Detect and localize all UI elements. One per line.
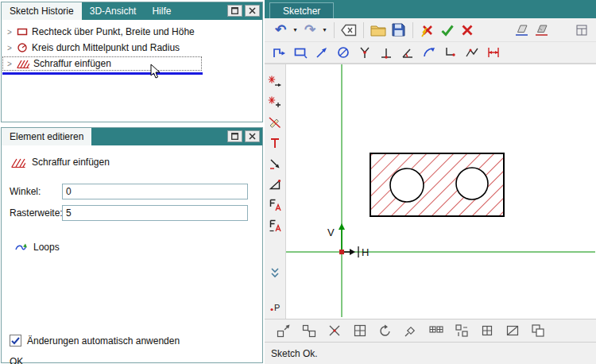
undo-history-dropdown[interactable]: ▾ xyxy=(291,21,300,40)
open-sketch-button[interactable] xyxy=(369,21,388,40)
profile-tool-button[interactable] xyxy=(269,43,288,62)
point-mode-button[interactable]: P xyxy=(267,297,284,314)
rasterweite-field-row: Rasterweite: xyxy=(10,205,254,221)
history-item-schraffur[interactable]: > Schraffur einfügen xyxy=(2,56,203,72)
status-text: Sketch Ok. xyxy=(271,348,318,359)
history-item-kreis[interactable]: > Kreis durch Mittelpunkt und Radius xyxy=(2,40,262,56)
copy-geometry-button[interactable] xyxy=(300,321,319,340)
transform-button[interactable] xyxy=(401,321,420,340)
snap-point-button[interactable] xyxy=(266,72,284,89)
snap-point-add-button[interactable] xyxy=(266,93,284,110)
tab-hilfe[interactable]: Hilfe xyxy=(144,2,179,20)
perpendicular-tool-button[interactable] xyxy=(377,43,396,62)
polyline-tool-button[interactable] xyxy=(462,43,482,62)
trim-button[interactable] xyxy=(325,321,344,340)
expand-chevron-icon[interactable]: > xyxy=(6,28,13,37)
matrix-button[interactable] xyxy=(478,321,497,340)
winkel-input[interactable] xyxy=(62,184,248,199)
redo-button[interactable]: ↷ xyxy=(300,21,319,40)
history-item-label: Schraffur einfügen xyxy=(33,58,111,69)
expand-chevron-icon[interactable]: > xyxy=(6,60,13,68)
circle-tool-icon xyxy=(336,45,350,60)
ortho-snap-button[interactable] xyxy=(266,134,284,151)
accept-sketch-button[interactable] xyxy=(438,21,457,40)
circle-loop-left[interactable] xyxy=(390,168,424,202)
drawing-area[interactable]: V H xyxy=(286,64,596,319)
discard-icon xyxy=(420,23,435,37)
arc-tool-button[interactable] xyxy=(420,43,439,62)
erase-element-button[interactable] xyxy=(513,21,532,40)
close-button[interactable] xyxy=(245,130,260,142)
save-icon xyxy=(392,23,405,37)
panel-layout-button[interactable] xyxy=(572,21,591,40)
caret-down-icon: ▾ xyxy=(323,27,326,33)
copy-geometry-icon xyxy=(301,323,317,339)
array-button[interactable] xyxy=(427,321,446,340)
redo-history-dropdown[interactable]: ▾ xyxy=(320,21,329,40)
redo-icon: ↷ xyxy=(304,23,315,37)
checkmark-icon xyxy=(11,337,20,345)
circle-loop-right[interactable] xyxy=(456,168,488,199)
erase-all-button[interactable] xyxy=(532,21,551,40)
rasterweite-label: Rasterweite: xyxy=(10,207,62,219)
tab-element-editieren[interactable]: Element editieren xyxy=(2,128,91,145)
element-editor-window: Element editieren Schraffur einfügen Win… xyxy=(1,127,263,363)
split-tool-button[interactable] xyxy=(355,43,374,62)
line-tool-button[interactable] xyxy=(312,43,331,62)
reposition-button[interactable] xyxy=(274,321,293,340)
rasterweite-input[interactable] xyxy=(62,205,248,221)
tab-sketch-historie[interactable]: Sketch Historie xyxy=(2,2,82,20)
mouse-cursor xyxy=(150,64,161,79)
status-bar: Sketch Ok. xyxy=(265,342,596,364)
sketcher-tabbar: Sketcher xyxy=(265,0,596,18)
swap-button[interactable] xyxy=(452,321,471,340)
grid-button[interactable] xyxy=(350,321,370,340)
collapse-strip-button[interactable] xyxy=(266,265,284,281)
delete-last-button[interactable] xyxy=(339,21,358,40)
origin-marker[interactable] xyxy=(339,250,344,254)
angle-tool-button[interactable] xyxy=(398,43,417,62)
corner-tool-button[interactable] xyxy=(441,43,460,62)
maximize-button[interactable] xyxy=(227,5,242,17)
perpendicular-tool-icon xyxy=(379,45,393,60)
no-snap-button[interactable] xyxy=(266,114,284,130)
cancel-icon xyxy=(461,24,474,37)
auto-apply-checkbox[interactable] xyxy=(10,335,21,347)
tab-3d-ansicht[interactable]: 3D-Ansicht xyxy=(82,2,145,20)
discard-changes-button[interactable] xyxy=(418,21,437,40)
snap-point-icon xyxy=(268,74,282,88)
history-item-rechteck[interactable]: > Rechteck über Punkt, Breite und Höhe xyxy=(2,24,262,40)
undo-button[interactable]: ↶ xyxy=(271,21,290,40)
cancel-sketch-button[interactable] xyxy=(458,21,477,40)
angle-snap-button[interactable] xyxy=(266,176,284,192)
loops-label: Loops xyxy=(33,242,60,253)
loops-row[interactable]: Loops xyxy=(14,242,254,253)
duplicate-button[interactable] xyxy=(528,321,548,340)
auto-apply-label: Änderungen automatisch anwenden xyxy=(27,335,180,347)
toolbar-separator xyxy=(334,22,335,38)
sketch-canvas[interactable]: V H xyxy=(286,64,595,317)
duplicate-icon xyxy=(530,323,546,339)
section-button[interactable] xyxy=(503,321,522,340)
dimension-tool-button[interactable] xyxy=(484,43,503,62)
rectangle-tool-button[interactable] xyxy=(291,43,310,62)
expand-chevron-icon[interactable]: > xyxy=(6,44,13,52)
close-button[interactable] xyxy=(245,5,260,17)
rotate-button[interactable] xyxy=(376,321,395,340)
svg-text:P: P xyxy=(274,303,280,312)
ok-button[interactable]: OK xyxy=(10,356,23,364)
tab-sketcher[interactable]: Sketcher xyxy=(269,2,334,18)
check-icon xyxy=(440,24,455,37)
sketcher-panel: Sketcher ↶ ▾ ↷ ▾ xyxy=(265,0,596,364)
circle-tool-button[interactable] xyxy=(334,43,353,62)
tab-label: Hilfe xyxy=(152,6,171,17)
point-mode-icon: P xyxy=(269,300,282,312)
maximize-icon xyxy=(231,133,238,140)
polyline-tool-icon xyxy=(465,45,479,60)
save-sketch-button[interactable] xyxy=(389,21,408,40)
fix-constraint-button[interactable] xyxy=(266,196,284,213)
free-constraint-button[interactable] xyxy=(266,217,284,234)
maximize-icon xyxy=(231,7,238,14)
direction-snap-button[interactable] xyxy=(266,155,284,172)
maximize-button[interactable] xyxy=(227,130,242,142)
